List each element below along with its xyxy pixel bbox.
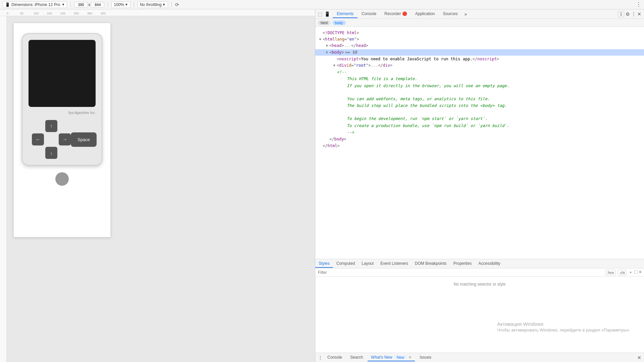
code-line-html-close: </html> [315,142,644,149]
tab-event-listeners[interactable]: Event Listeners [377,260,412,268]
device-selector[interactable]: 📱 Dimensions: iPhone 12 Pro ▼ [3,1,67,8]
viewport-area[interactable]: Ilya Agarishev Inc. ↑ ← → [7,16,315,362]
ruler-mark: 350 [101,12,114,15]
ruler-mark: 0 [7,12,20,15]
zoom-value: 100% [114,2,124,7]
separator-3 [134,2,134,7]
more-vert-icon[interactable]: ⋮ [631,11,636,17]
code-line-comment-5: To begin the development, run `npm start… [315,115,644,122]
expand-arrow-html[interactable] [318,37,323,42]
notification-badge[interactable]: 1 [618,11,624,17]
console-tab-whats-new[interactable]: What's New New ✕ [368,354,415,361]
toolbar-more-button[interactable]: ⋮ [636,1,641,8]
styles-filter-input[interactable] [318,270,603,275]
dpad-left-button[interactable]: ← [32,133,44,145]
space-button[interactable]: Space [71,132,97,147]
throttle-selector[interactable]: No throttling ▼ [138,1,168,8]
dpad-down-button[interactable]: ↓ [45,147,57,159]
expand-arrow-root[interactable] [332,63,337,68]
devtools-toolbar: 📱 Dimensions: iPhone 12 Pro ▼ x 100% ▼ N… [0,0,644,9]
code-line-body[interactable]: <body> == $0 [315,49,644,56]
settings-icon[interactable]: ⚙ [626,11,630,17]
tab-recorder[interactable]: Recorder 🔴 [380,10,411,18]
code-line-comment-1: This HTML file is a template. [315,75,644,82]
main-layout: 0 50 100 150 200 250 300 350 [0,9,644,362]
ruler-mark: 50 [20,12,34,15]
code-line-html[interactable]: <html lang="en" > [315,36,644,43]
tab-dom-breakpoints[interactable]: DOM Breakpoints [412,260,450,268]
console-tab-issues[interactable]: Issues [416,354,435,361]
separator-2 [108,2,108,7]
tab-application[interactable]: Application [411,10,439,18]
device-icon: 📱 [5,2,10,7]
code-line-root[interactable]: <div id="root" > ... </div> [315,62,644,69]
filter-cls-button[interactable]: .cls [618,270,627,275]
console-tab-console[interactable]: Console [324,354,345,361]
separator-4 [171,2,172,7]
filter-hov-button[interactable]: :hov [605,270,616,275]
dpad-up-button[interactable]: ↑ [45,120,57,132]
activation-title: Активация Windows [497,321,631,327]
throttle-dropdown-icon: ▼ [162,3,166,6]
expand-arrow-head[interactable] [325,44,329,48]
zoom-dropdown-icon: ▼ [125,3,128,6]
devtools-panel: ⬚ 📱 Elements Console Recorder 🔴 Applicat… [315,9,644,362]
phone-credit: Ilya Agarishev Inc. [29,111,96,115]
height-input[interactable] [91,2,104,7]
tab-computed[interactable]: Computed [333,260,358,268]
tab-elements[interactable]: Elements [333,10,358,18]
styles-panel: Styles Computed Layout Event Listeners D… [315,259,644,353]
ruler-mark: 100 [34,12,47,15]
home-indicator[interactable] [55,172,69,186]
console-tab-search[interactable]: Search [347,354,366,361]
activation-subtitle: Чтобы активировать Windows, перейдите в … [497,327,631,333]
whats-new-close-icon[interactable]: ✕ [409,355,412,359]
zoom-selector[interactable]: 100% ▼ [111,1,130,8]
code-line-comment-open: <!-- [315,69,644,75]
code-line-head[interactable]: <head> ... </head> [315,43,644,49]
ruler-mark: 200 [60,12,74,15]
windows-activation: Активация Windows Чтобы активировать Win… [497,321,631,333]
ruler-mark: 250 [74,12,87,15]
device-label: Dimensions: iPhone 12 Pro [11,2,60,7]
code-line-comment-3: You can add webfonts, meta tags, or anal… [315,96,644,102]
code-line-noscript[interactable]: <noscript>You need to enable JavaScript … [315,56,644,62]
code-line-comment-6: To create a production bundle, use `npm … [315,122,644,129]
selector-bar: html body [315,19,644,27]
dpad-right-button[interactable]: → [59,133,71,145]
tab-more[interactable]: » [462,10,470,18]
styles-filter-bar: :hov .cls ＋ ⬚ ≡ [315,268,644,277]
filter-icon-group: ＋ ⬚ ≡ [629,269,641,275]
close-devtools-icon[interactable]: ✕ [637,11,641,17]
no-matching-message: No matching selector or style [315,277,644,292]
device-dropdown-icon: ▼ [61,3,65,6]
rotate-button[interactable]: ⟳ [175,2,179,7]
filter-more-icon[interactable]: ≡ [639,269,641,275]
browser-content: Ilya Agarishev Inc. ↑ ← → [0,16,315,362]
tab-properties[interactable]: Properties [450,260,475,268]
tab-layout[interactable]: Layout [358,260,377,268]
width-input[interactable] [74,2,88,7]
tab-styles[interactable]: Styles [315,260,333,268]
inspect-element-icon[interactable]: ⬚ [318,11,322,17]
selector-html[interactable]: html [318,20,330,25]
code-line-comment-close: --> [315,129,644,136]
close-bottom-panel-icon[interactable]: ✕ [637,355,641,360]
filter-add-icon[interactable]: ＋ [629,269,633,275]
expand-arrow-body[interactable] [325,50,329,55]
ruler-vertical [0,16,7,362]
html-code-panel[interactable]: <!DOCTYPE html> <html lang="en" > <head>… [315,27,644,259]
filter-inspect-icon[interactable]: ⬚ [634,269,638,275]
selector-body[interactable]: body [332,20,346,25]
tab-sources[interactable]: Sources [439,10,462,18]
console-bar: ⋮ Console Search What's New New ✕ Issues… [315,353,644,362]
phone-screen [29,40,96,107]
code-line-comment-2: If you open it directly in the browser, … [315,82,644,89]
device-toggle-icon[interactable]: 📱 [324,11,330,17]
tab-accessibility[interactable]: Accessibility [475,260,503,268]
code-line-blank-1 [315,89,644,96]
tab-console[interactable]: Console [358,10,380,18]
dimensions-inputs: x [74,2,104,7]
phone-frame-container: Ilya Agarishev Inc. ↑ ← → [13,23,111,237]
console-more-icon[interactable]: ⋮ [318,355,323,360]
